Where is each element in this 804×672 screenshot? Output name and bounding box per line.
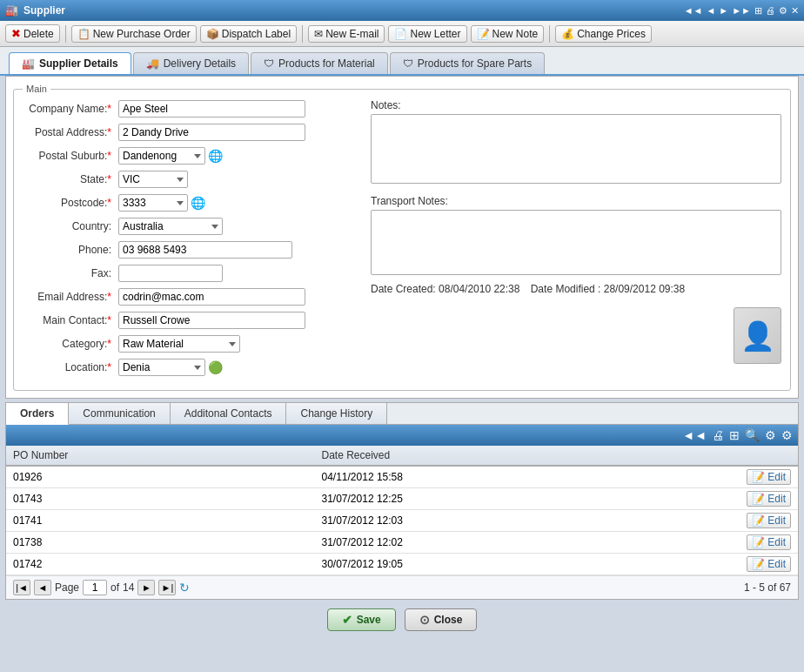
settings-icon[interactable]: ⚙: [779, 5, 787, 17]
tab-delivery-details[interactable]: 🚚 Delivery Details: [133, 52, 249, 74]
table-search-icon[interactable]: 🔍: [745, 428, 760, 442]
edit-button[interactable]: 📝 Edit: [747, 469, 791, 485]
email-input[interactable]: [118, 288, 305, 306]
of-label: of: [111, 581, 119, 594]
transport-notes-textarea[interactable]: [371, 210, 781, 275]
edit-button[interactable]: 📝 Edit: [747, 513, 791, 528]
bottom-section: Orders Communication Additonal Contacts …: [5, 402, 799, 600]
po-number-cell: 01738: [6, 532, 315, 554]
prices-icon: 💰: [561, 28, 574, 40]
category-row: Category: Raw Material: [23, 334, 353, 353]
notes-textarea[interactable]: [371, 114, 781, 184]
close-button[interactable]: ⊙ Close: [405, 608, 478, 631]
new-purchase-order-button[interactable]: 📋 New Purchase Order: [71, 25, 197, 43]
table-row: 01742 30/07/2012 19:05 📝 Edit: [6, 554, 798, 575]
toolbar: ✖ Delete 📋 New Purchase Order 📦 Dispatch…: [0, 21, 804, 47]
date-created: Date Created: 08/04/2010 22:38: [371, 283, 519, 295]
nav-prev-icon[interactable]: ◄: [706, 5, 715, 17]
close-window-icon[interactable]: ✕: [791, 5, 799, 17]
nav-next-icon[interactable]: ►: [719, 5, 728, 17]
location-select[interactable]: Denia: [118, 359, 205, 376]
form-body: Company Name: Postal Address: Postal Sub…: [23, 99, 781, 381]
pagination: |◄ ◄ Page of 14 ► ►| ↻ 1 - 5 of 67: [6, 575, 798, 599]
tab-additional-contacts[interactable]: Additonal Contacts: [171, 403, 287, 424]
edit-icon: 📝: [752, 493, 765, 505]
country-select[interactable]: Australia: [118, 218, 223, 235]
page-first-button[interactable]: |◄: [13, 580, 30, 595]
table-settings-icon[interactable]: ⚙: [765, 428, 776, 442]
new-letter-button[interactable]: 📄 New Letter: [388, 25, 466, 43]
page-input[interactable]: [83, 580, 107, 595]
tab-communication[interactable]: Communication: [69, 403, 170, 424]
toolbar-sep-2: [302, 25, 303, 43]
dispatch-label-button[interactable]: 📦 Dispatch Label: [200, 25, 297, 43]
tab-products-material[interactable]: 🛡 Products for Material: [251, 52, 388, 74]
state-label: State:: [23, 173, 118, 185]
table-grid-icon[interactable]: ⊞: [729, 428, 740, 442]
edit-label: Edit: [767, 536, 786, 548]
postcode-select[interactable]: 3333: [118, 194, 188, 212]
edit-cell: 📝 Edit: [740, 532, 798, 554]
edit-cell: 📝 Edit: [740, 488, 798, 510]
suburb-globe-icon[interactable]: 🌐: [208, 149, 223, 163]
supplier-tab-label: Supplier Details: [39, 57, 118, 70]
edit-cell: 📝 Edit: [740, 510, 798, 532]
postal-suburb-select[interactable]: Dandenong: [118, 147, 205, 165]
table-gear2-icon[interactable]: ⚙: [781, 428, 793, 442]
tab-change-history[interactable]: Change History: [286, 403, 387, 424]
state-select[interactable]: VIC: [118, 171, 188, 188]
nav-last-icon[interactable]: ►►: [732, 5, 751, 17]
nav-first-icon[interactable]: ◄◄: [684, 5, 703, 17]
new-note-button[interactable]: 📝 New Note: [471, 25, 545, 43]
email-icon: ✉: [314, 28, 323, 40]
tab-supplier-details[interactable]: 🏭 Supplier Details: [9, 52, 131, 74]
phone-row: Phone:: [23, 240, 353, 259]
table-row: 01926 04/11/2012 15:58 📝 Edit: [6, 466, 798, 488]
fax-input[interactable]: [118, 265, 223, 282]
page-last-button[interactable]: ►|: [158, 580, 176, 595]
toolbar-sep-3: [549, 25, 550, 43]
category-select[interactable]: Raw Material: [118, 335, 240, 353]
edit-icon: 📝: [752, 558, 765, 570]
postcode-globe-icon[interactable]: 🌐: [191, 196, 205, 210]
change-history-tab-label: Change History: [300, 407, 372, 420]
delivery-tab-icon: 🚚: [146, 57, 159, 70]
new-note-label: New Note: [492, 28, 539, 40]
edit-cell: 📝 Edit: [740, 554, 798, 575]
table-nav-first-icon[interactable]: ◄◄: [682, 428, 707, 442]
orders-table: PO Number Date Received 01926 04/11/2012…: [6, 446, 798, 575]
tab-orders[interactable]: Orders: [6, 403, 69, 425]
tab-products-spare-parts[interactable]: 🛡 Products for Spare Parts: [390, 52, 545, 74]
page-label: Page: [55, 581, 79, 594]
delete-button[interactable]: ✖ Delete: [5, 24, 60, 43]
edit-button[interactable]: 📝 Edit: [747, 491, 791, 507]
edit-button[interactable]: 📝 Edit: [747, 534, 791, 550]
state-row: State: VIC: [23, 170, 353, 189]
edit-button[interactable]: 📝 Edit: [747, 556, 791, 572]
page-prev-button[interactable]: ◄: [34, 580, 51, 595]
edit-icon: 📝: [752, 536, 765, 548]
location-green-icon[interactable]: 🟢: [208, 360, 223, 374]
main-contact-row: Main Contact:: [23, 311, 353, 330]
table-toolbar: ◄◄ 🖨 ⊞ 🔍 ⚙ ⚙: [6, 425, 798, 446]
po-number-cell: 01743: [6, 488, 315, 510]
change-prices-button[interactable]: 💰 Change Prices: [555, 25, 652, 43]
table-print-icon[interactable]: 🖨: [712, 428, 724, 442]
postal-suburb-row: Postal Suburb: Dandenong 🌐: [23, 146, 353, 165]
location-row: Location: Denia 🟢: [23, 358, 353, 377]
company-name-input[interactable]: [118, 100, 305, 118]
date-received-cell: 30/07/2012 19:05: [315, 554, 740, 575]
save-button[interactable]: ✔ Save: [327, 608, 396, 631]
grid-icon[interactable]: ⊞: [754, 5, 762, 17]
new-email-label: New E-mail: [325, 28, 379, 40]
postal-address-input[interactable]: [118, 124, 305, 141]
refresh-button[interactable]: ↻: [179, 581, 190, 595]
page-next-button[interactable]: ►: [137, 580, 155, 595]
new-email-button[interactable]: ✉ New E-mail: [308, 25, 385, 43]
location-wrapper: Denia 🟢: [118, 359, 223, 376]
transport-notes-section: Transport Notes:: [371, 195, 781, 278]
phone-input[interactable]: [118, 241, 292, 259]
edit-label: Edit: [767, 471, 786, 483]
main-contact-input[interactable]: [118, 312, 305, 329]
print-icon[interactable]: 🖨: [766, 5, 775, 17]
